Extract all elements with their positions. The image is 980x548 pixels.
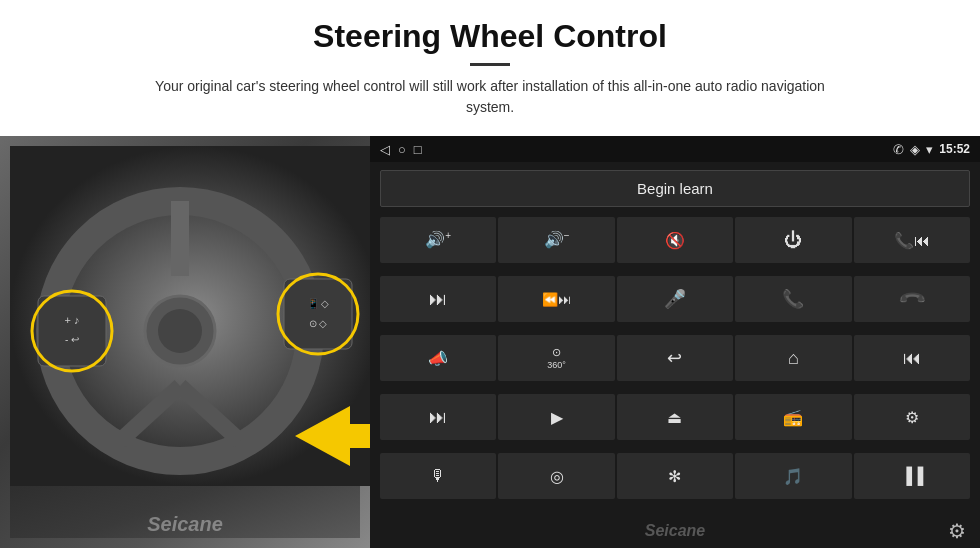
car-image-section: + ♪ - ↩ 📱 ◇ ⊙ ◇ Seicane [0,136,370,548]
phone-prev-icon: 📞⏮ [894,231,930,250]
svg-text:⊙  ◇: ⊙ ◇ [309,318,328,329]
location-status-icon: ◈ [910,142,920,157]
status-bar: ◁ ○ □ ✆ ◈ ▾ 15:52 [370,136,980,162]
music-icon: 🎵 [783,467,803,486]
navigate-button[interactable]: ▶ [498,394,614,440]
back-icon: ↩ [667,347,682,369]
android-ui-section: ◁ ○ □ ✆ ◈ ▾ 15:52 Begin learn 🔊+ [370,136,980,548]
steering-wheel-svg: + ♪ - ↩ 📱 ◇ ⊙ ◇ [10,146,370,486]
page-wrapper: Steering Wheel Control Your original car… [0,0,980,548]
power-icon: ⏻ [784,230,802,251]
horn-icon: 📣 [428,349,448,368]
header-section: Steering Wheel Control Your original car… [0,0,980,128]
360-2-icon: ◎ [550,467,564,486]
home-nav-icon[interactable]: ○ [398,142,406,157]
svg-point-6 [158,309,202,353]
music-button[interactable]: 🎵 [735,453,851,499]
360-button[interactable]: ⊙360° [498,335,614,381]
vol-down-button[interactable]: 🔊− [498,217,614,263]
next-icon: ⏭ [429,289,447,310]
eq-button[interactable]: ⚙ [854,394,970,440]
subtitle: Your original car's steering wheel contr… [140,76,840,118]
hang-up-button[interactable]: 📞 [854,276,970,322]
title-divider [470,63,510,66]
microphone2-button[interactable]: 🎙 [380,453,496,499]
svg-text:+  ♪: + ♪ [65,314,80,326]
content-row: + ♪ - ↩ 📱 ◇ ⊙ ◇ Seicane [0,136,980,548]
home-icon: ⌂ [788,348,799,369]
status-bar-right: ✆ ◈ ▾ 15:52 [893,142,970,157]
footer-right: ⚙ [825,516,973,546]
prev-track-icon: ⏮ [903,348,921,369]
steering-wheel-image: + ♪ - ↩ 📱 ◇ ⊙ ◇ [10,146,360,538]
phone-button[interactable]: 📞 [735,276,851,322]
vol-up-button[interactable]: 🔊+ [380,217,496,263]
radio-button[interactable]: 📻 [735,394,851,440]
mic-icon: 🎤 [664,288,686,310]
controls-grid: 🔊+ 🔊− 🔇 ⏻ 📞⏮ ⏭ ⏪⏭ [370,215,980,514]
equalizer2-icon: ▐▐ [900,467,923,485]
scan-button[interactable]: ⏪⏭ [498,276,614,322]
page-title: Steering Wheel Control [60,18,920,55]
car-watermark: Seicane [147,513,223,536]
navigate-icon: ▶ [551,408,563,427]
phone-prev-button[interactable]: 📞⏮ [854,217,970,263]
hang-up-icon: 📞 [896,283,927,314]
horn-button[interactable]: 📣 [380,335,496,381]
svg-text:📱  ◇: 📱 ◇ [307,297,330,310]
power-button[interactable]: ⏻ [735,217,851,263]
eject-button[interactable]: ⏏ [617,394,733,440]
status-time: 15:52 [939,142,970,156]
mic-button[interactable]: 🎤 [617,276,733,322]
fast-forward-button[interactable]: ⏭ [380,394,496,440]
phone-icon: 📞 [782,288,804,310]
phone-status-icon: ✆ [893,142,904,157]
svg-text:-   ↩: - ↩ [65,334,79,345]
bluetooth-button[interactable]: ✻ [617,453,733,499]
home-button[interactable]: ⌂ [735,335,851,381]
fast-forward-icon: ⏭ [429,407,447,428]
vol-up-icon: 🔊+ [425,230,451,249]
prev-track-button[interactable]: ⏮ [854,335,970,381]
begin-learn-button[interactable]: Begin learn [380,170,970,207]
360-2-button[interactable]: ◎ [498,453,614,499]
settings-gear-icon: ⚙ [948,519,966,543]
next-button[interactable]: ⏭ [380,276,496,322]
begin-learn-row: Begin learn [370,162,980,215]
equalizer2-button[interactable]: ▐▐ [854,453,970,499]
mute-icon: 🔇 [665,231,685,250]
microphone2-icon: 🎙 [430,467,446,485]
radio-icon: 📻 [783,408,803,427]
eq-icon: ⚙ [905,408,919,427]
android-footer: Seicane ⚙ [370,514,980,548]
recent-nav-icon[interactable]: □ [414,142,422,157]
status-bar-left: ◁ ○ □ [380,142,422,157]
eject-icon: ⏏ [667,408,682,427]
scan-icon: ⏪⏭ [542,292,571,307]
wifi-status-icon: ▾ [926,142,933,157]
back-nav-icon[interactable]: ◁ [380,142,390,157]
mute-button[interactable]: 🔇 [617,217,733,263]
back-button[interactable]: ↩ [617,335,733,381]
svg-rect-10 [284,279,352,349]
bluetooth-icon: ✻ [668,467,681,486]
svg-rect-7 [38,296,106,366]
360-icon: ⊙360° [547,346,566,371]
vol-down-icon: 🔊− [544,230,570,249]
android-watermark: Seicane [526,520,825,542]
settings-gear-button[interactable]: ⚙ [942,516,972,546]
